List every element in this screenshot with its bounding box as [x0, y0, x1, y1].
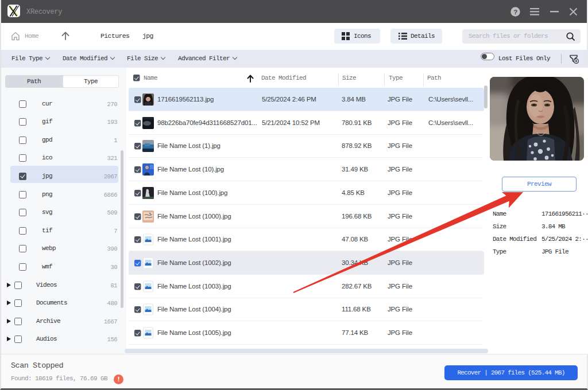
svg-text:?: ?: [513, 9, 517, 15]
